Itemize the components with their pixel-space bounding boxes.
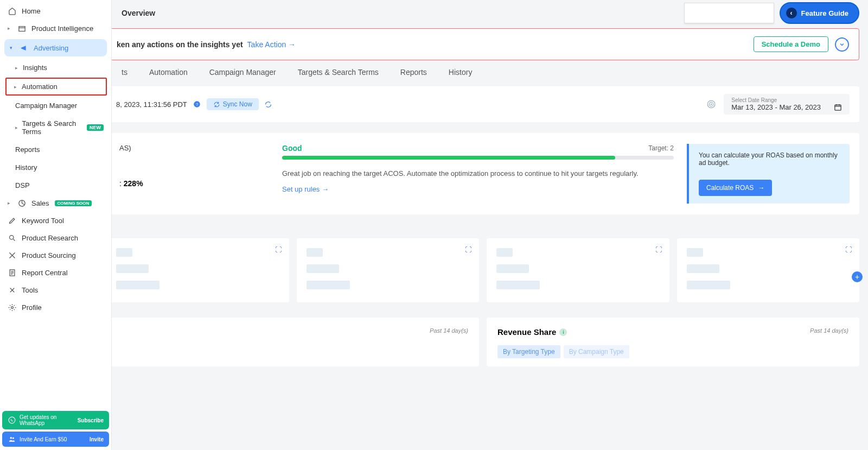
topbar: Overview ‹ Feature Guide [106, 0, 859, 26]
insight-text: Great job on reaching the target ACOS. A… [282, 169, 674, 178]
nav-advertising[interactable]: ▾ Advertising [4, 39, 107, 56]
banner-right: Schedule a Demo [754, 36, 849, 52]
skeleton [496, 248, 513, 257]
sub-targets[interactable]: ▸Targets & Search TermsNEW [0, 115, 111, 141]
info-icon[interactable]: i [559, 328, 567, 336]
skeleton [116, 264, 149, 273]
nav-product-intel[interactable]: ▸ Product Intelligence [0, 20, 111, 37]
pie-icon [17, 199, 26, 207]
tab-insights[interactable]: ts [122, 68, 127, 77]
nav-tools[interactable]: Tools [0, 281, 111, 299]
nav-keyword-tool[interactable]: Keyword Tool [0, 212, 111, 229]
invite-promo[interactable]: Invite And Earn $50 Invite [2, 432, 109, 447]
pen-icon [8, 216, 16, 225]
sub-dsp-label: DSP [15, 181, 30, 189]
nav-advertising-label: Advertising [34, 44, 68, 52]
add-widget-button[interactable]: + [852, 271, 863, 282]
gear-icon [8, 303, 16, 312]
invite-btn[interactable]: Invite [90, 436, 104, 442]
sub-insights[interactable]: ▸Insights [0, 59, 111, 77]
svg-point-11 [709, 102, 713, 106]
skeleton [307, 264, 339, 273]
chevron-right-icon: ▸ [15, 125, 19, 130]
nav-profile-label: Profile [22, 303, 42, 312]
sync-left: 8, 2023, 11:31:56 PDT ? Sync Now [116, 98, 272, 110]
svg-point-2 [9, 235, 14, 239]
spend-value: 228% [124, 179, 143, 188]
sub-insights-label: Insights [23, 64, 47, 72]
sync-now-button[interactable]: Sync Now [207, 98, 259, 110]
main-content: Overview ‹ Feature Guide ken any actions… [98, 0, 868, 366]
sub-history-label: History [15, 163, 37, 172]
tab-campaign-manager[interactable]: Campaign Manager [209, 68, 276, 77]
nav-product-research[interactable]: Product Research [0, 229, 111, 246]
expand-icon[interactable]: ⛶ [655, 246, 662, 253]
schedule-demo-button[interactable]: Schedule a Demo [754, 36, 828, 52]
skeleton [687, 248, 703, 257]
date-range-value: Mar 13, 2023 - Mar 26, 2023 [731, 103, 821, 111]
take-action-link[interactable]: Take Action → [247, 40, 296, 49]
subscribe-btn[interactable]: Subscribe [78, 417, 104, 423]
status-good: Good [282, 144, 302, 153]
tab-history[interactable]: History [449, 68, 473, 77]
nav-profile[interactable]: Profile [0, 299, 111, 316]
calculate-roas-label: Calculate ROAS [706, 184, 754, 192]
stat-cards-row: ⛶ ⛶ ⛶ ⛶ [106, 238, 859, 302]
tab-automation[interactable]: Automation [149, 68, 188, 77]
date-range-picker[interactable]: Select Date Range Mar 13, 2023 - Mar 26,… [724, 94, 850, 115]
new-badge: NEW [87, 124, 104, 131]
target-icon[interactable] [706, 99, 716, 109]
sub-campaign-manager[interactable]: Campaign Manager [0, 97, 111, 115]
skeleton [307, 248, 323, 257]
topbar-right: ‹ Feature Guide [684, 2, 859, 24]
nav-home[interactable]: Home [0, 2, 111, 20]
sub-reports[interactable]: Reports [0, 141, 111, 159]
expand-icon[interactable]: ⛶ [845, 246, 852, 253]
help-icon[interactable]: ? [193, 100, 201, 109]
sub-automation[interactable]: ▸Automation [5, 78, 107, 96]
svg-rect-13 [835, 105, 841, 110]
chevron-right-icon: ▸ [14, 84, 18, 90]
nav-sales[interactable]: ▸ Sales COMING SOON [0, 194, 111, 212]
nav-report-central[interactable]: Report Central [0, 264, 111, 281]
skeleton [687, 264, 719, 273]
expand-icon[interactable]: ⛶ [465, 246, 471, 253]
nav-sales-label: Sales [31, 199, 49, 207]
calculate-roas-button[interactable]: Calculate ROAS → [699, 180, 772, 196]
svg-point-12 [711, 104, 712, 105]
users-icon [8, 435, 16, 443]
sidebar: Home ▸ Product Intelligence ▾ Advertisin… [0, 0, 112, 450]
whatsapp-text: Get updates on WhatsApp [20, 414, 78, 426]
tab-by-campaign[interactable]: By Campaign Type [564, 345, 629, 358]
banner-text: ken any actions on the insights yet [117, 40, 243, 49]
chevron-right-icon: ▸ [8, 200, 12, 206]
summary-card: AS) : 228% Good Target: 2 Great job on r… [106, 133, 859, 214]
sub-automation-label: Automation [22, 83, 58, 91]
setup-rules-link[interactable]: Set up rules → [282, 185, 674, 193]
feature-guide-button[interactable]: ‹ Feature Guide [780, 2, 859, 24]
sync-timestamp: 8, 2023, 11:31:56 PDT [116, 100, 187, 109]
megaphone-icon [20, 43, 28, 52]
past-days-text: Past 14 day(s) [810, 327, 848, 334]
svg-rect-0 [18, 26, 24, 31]
tab-targets[interactable]: Targets & Search Terms [298, 68, 379, 77]
whatsapp-promo[interactable]: Get updates on WhatsApp Subscribe [2, 411, 109, 429]
expand-banner-button[interactable] [835, 37, 849, 52]
svg-point-6 [10, 437, 12, 439]
arrow-right-icon: → [758, 184, 764, 192]
nav-product-sourcing[interactable]: Product Sourcing [0, 246, 111, 264]
progress-header: Good Target: 2 [282, 144, 674, 153]
svg-point-10 [707, 100, 715, 108]
progress-bar [282, 156, 674, 160]
tab-reports[interactable]: Reports [400, 68, 427, 77]
sub-dsp[interactable]: DSP [0, 176, 111, 194]
tab-by-targeting[interactable]: By Targeting Type [497, 345, 560, 358]
spend-value-row: : 228% [119, 179, 256, 188]
sub-history[interactable]: History [0, 159, 111, 176]
account-selector[interactable] [684, 3, 774, 23]
revenue-share-title: Revenue Share [497, 327, 556, 337]
stat-card: ⛶ [106, 238, 289, 302]
roas-tip-text: You can calculate your ROAS based on mon… [699, 151, 840, 167]
refresh-icon[interactable] [264, 100, 272, 109]
expand-icon[interactable]: ⛶ [275, 246, 282, 253]
